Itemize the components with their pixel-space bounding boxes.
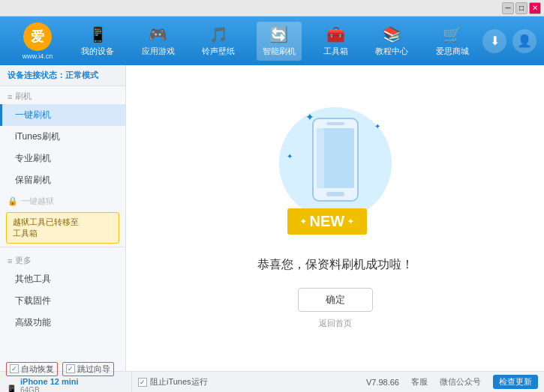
device-icon: 📱 — [89, 25, 107, 43]
sparkle-1: ✦ — [305, 111, 314, 123]
app-icon: 🎮 — [149, 25, 167, 43]
phone-icon: 📱 — [6, 385, 17, 393]
section-more: ≡ 更多 — [0, 250, 125, 268]
sidebar-item-pro-flash[interactable]: 专业刷机 — [0, 148, 125, 169]
nav-smart-flash-label: 智能刷机 — [263, 46, 296, 57]
sparkle-2: ✦ — [374, 122, 380, 130]
content-area: ✦ ✦ ✦ NEW 恭 — [126, 65, 544, 371]
success-illustration: ✦ ✦ ✦ NEW — [275, 107, 395, 242]
device-info-row: 📱 iPhone 12 mini 64GB Down-12mini-13.1 — [6, 377, 127, 393]
tutorial-icon: 📚 — [383, 25, 401, 43]
section-jailbreak: 🔒 一键越狱 — [0, 191, 125, 209]
svg-rect-3 — [326, 122, 344, 125]
status-label: 设备连接状态： — [8, 70, 65, 79]
title-bar: ─ □ ✕ — [0, 0, 544, 16]
wechat-link[interactable]: 微信公众号 — [440, 376, 481, 388]
flash-icon: 🔄 — [269, 25, 288, 43]
logo[interactable]: 爱 www.i4.cn — [8, 22, 68, 60]
close-button[interactable]: ✕ — [529, 2, 541, 14]
nav-my-device[interactable]: 📱 我的设备 — [75, 22, 120, 61]
download-button[interactable]: ⬇ — [482, 29, 506, 53]
store-icon: 🛒 — [443, 25, 461, 43]
minimize-button[interactable]: ─ — [502, 2, 514, 14]
checkbox-skip-wizard[interactable]: ✓ 跳过向导 — [62, 362, 114, 376]
status-value: 正常模式 — [65, 70, 98, 79]
checkbox-skip-wizard-label: 跳过向导 — [77, 364, 110, 375]
bottom-left: ✓ 自动恢复 ✓ 跳过向导 📱 iPhone 12 mini 64GB Down… — [6, 362, 132, 393]
checkbox-skip-wizard-input[interactable]: ✓ — [66, 364, 75, 373]
sidebar: 设备连接状态：正常模式 ≡ 刷机 一键刷机 iTunes刷机 专业刷机 保留刷机… — [0, 65, 126, 371]
confirm-button[interactable]: 确定 — [298, 288, 373, 312]
checkbox-auto-restore[interactable]: ✓ 自动恢复 — [6, 362, 58, 376]
bottom-right: V7.98.66 客服 微信公众号 检查更新 — [366, 375, 538, 389]
device-info: iPhone 12 mini 64GB Down-12mini-13.1 — [20, 377, 81, 393]
nav-store[interactable]: 🛒 爱思商城 — [430, 22, 475, 61]
sidebar-item-download-fw[interactable]: 下载固件 — [0, 290, 125, 312]
nav-toolbox[interactable]: 🧰 工具箱 — [317, 22, 354, 61]
sparkle-3: ✦ — [287, 152, 293, 160]
sidebar-item-other-tools[interactable]: 其他工具 — [0, 268, 125, 290]
checkbox-auto-restore-input[interactable]: ✓ — [10, 364, 19, 373]
sidebar-item-advanced[interactable]: 高级功能 — [0, 312, 125, 334]
nav-tutorial-label: 教程中心 — [375, 46, 408, 57]
nav-store-label: 爱思商城 — [436, 46, 469, 57]
customer-service-link[interactable]: 客服 — [411, 376, 428, 388]
toolbox-icon: 🧰 — [326, 25, 345, 43]
nav-smart-flash[interactable]: 🔄 智能刷机 — [257, 22, 302, 61]
nav-app-game-label: 应用游戏 — [142, 46, 175, 57]
success-text: 恭喜您，保资料刷机成功啦！ — [257, 257, 413, 273]
itunes-checkbox[interactable]: ✓ — [138, 378, 147, 387]
sidebar-divider — [0, 247, 125, 247]
header: 爱 www.i4.cn 📱 我的设备 🎮 应用游戏 🎵 铃声壁纸 🔄 智能刷机 … — [0, 16, 544, 65]
nav-ringtone-label: 铃声壁纸 — [202, 46, 235, 57]
ringtone-icon: 🎵 — [209, 25, 228, 43]
nav-my-device-label: 我的设备 — [81, 46, 114, 57]
window-controls[interactable]: ─ □ ✕ — [502, 2, 541, 14]
nav-items: 📱 我的设备 🎮 应用游戏 🎵 铃声壁纸 🔄 智能刷机 🧰 工具箱 📚 教程中心… — [68, 22, 482, 61]
check-update-button[interactable]: 检查更新 — [493, 375, 538, 389]
account-button[interactable]: 👤 — [512, 29, 536, 53]
jailbreak-info-box[interactable]: 越狱工具已转移至 工具箱 — [6, 212, 119, 244]
logo-icon: 爱 — [23, 22, 52, 51]
itunes-bar[interactable]: ✓ 阻止iTunes运行 — [132, 376, 214, 388]
main-area: 设备连接状态：正常模式 ≡ 刷机 一键刷机 iTunes刷机 专业刷机 保留刷机… — [0, 65, 544, 371]
nav-tutorial[interactable]: 📚 教程中心 — [369, 22, 414, 61]
svg-rect-4 — [317, 128, 324, 188]
itunes-label: 阻止iTunes运行 — [150, 376, 208, 388]
return-home-link[interactable]: 返回首页 — [319, 318, 352, 329]
logo-url: www.i4.cn — [23, 52, 53, 60]
device-name: iPhone 12 mini — [20, 377, 81, 386]
phone-svg — [305, 115, 365, 220]
bottom-bar: ✓ 自动恢复 ✓ 跳过向导 📱 iPhone 12 mini 64GB Down… — [0, 371, 544, 392]
new-badge: NEW — [287, 208, 367, 235]
sidebar-item-one-key-flash[interactable]: 一键刷机 — [0, 104, 125, 126]
device-storage: 64GB — [20, 386, 81, 393]
svg-rect-2 — [326, 192, 344, 196]
checkbox-auto-restore-label: 自动恢复 — [21, 364, 54, 375]
section-flash: ≡ 刷机 — [0, 86, 125, 104]
maximize-button[interactable]: □ — [515, 2, 527, 14]
version-label: V7.98.66 — [366, 378, 399, 387]
header-right: ⬇ 👤 — [482, 29, 536, 53]
nav-ringtone[interactable]: 🎵 铃声壁纸 — [196, 22, 241, 61]
checkboxes-row: ✓ 自动恢复 ✓ 跳过向导 — [6, 362, 127, 376]
connection-status: 设备连接状态：正常模式 — [0, 65, 125, 86]
sidebar-item-itunes-flash[interactable]: iTunes刷机 — [0, 126, 125, 148]
sidebar-item-save-flash[interactable]: 保留刷机 — [0, 169, 125, 191]
nav-toolbox-label: 工具箱 — [323, 46, 348, 57]
phone-container: ✦ ✦ ✦ NEW — [275, 107, 395, 242]
nav-app-game[interactable]: 🎮 应用游戏 — [136, 22, 181, 61]
